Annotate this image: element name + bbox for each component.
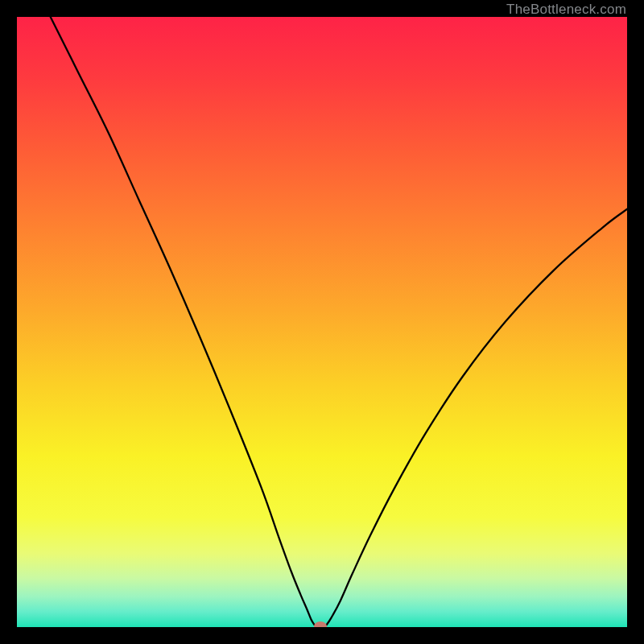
watermark-label: TheBottleneck.com — [506, 2, 626, 18]
plot-area — [17, 17, 627, 627]
bottleneck-curve — [17, 17, 627, 627]
optimum-marker — [314, 621, 327, 627]
chart-frame: TheBottleneck.com — [0, 0, 644, 644]
